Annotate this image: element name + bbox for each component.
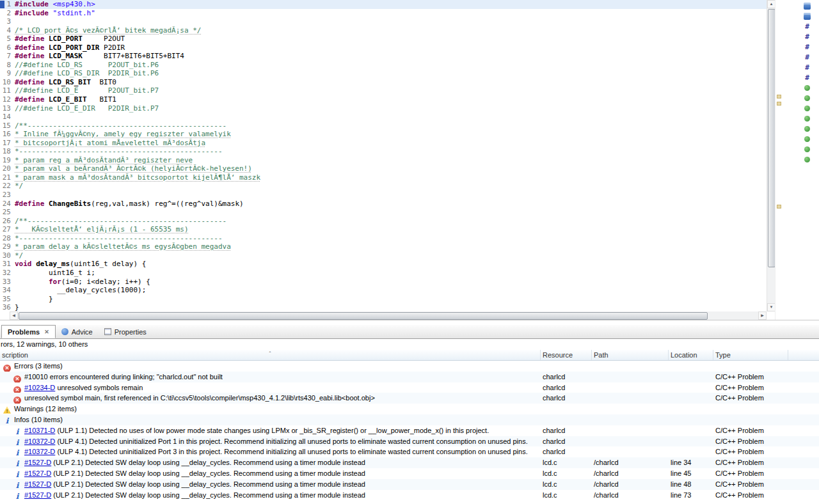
line-number[interactable]: 26: [0, 217, 15, 226]
tab-properties[interactable]: Properties: [99, 325, 152, 338]
code-line[interactable]: 28*-------------------------------------…: [0, 234, 767, 243]
line-number[interactable]: 20: [0, 164, 15, 173]
problem-row[interactable]: i#10371-D (ULP 1.1) Detected no uses of …: [0, 425, 819, 436]
code-line[interactable]: 23: [0, 191, 767, 200]
code-line[interactable]: 8//#define LCD_RS P2OUT_bit.P6: [0, 61, 767, 70]
code-line[interactable]: 5#define LCD_PORT P2OUT: [0, 35, 767, 43]
problem-id-link[interactable]: #1527-D: [24, 459, 51, 466]
code-line[interactable]: 27* KÃ©sleltetÅ‘ eljÃ¡rÃ¡s (1 - 65535 ms…: [0, 225, 767, 234]
occurrence-marker-icon[interactable]: [777, 102, 781, 106]
problem-id-link[interactable]: #1527-D: [24, 480, 51, 488]
code-line[interactable]: 29* param delay a kÃ©sleltetÃ©s ms egysÃ…: [0, 242, 767, 251]
outline-function-icon[interactable]: [804, 157, 810, 162]
line-number[interactable]: 24: [0, 200, 15, 209]
line-number[interactable]: 13: [0, 104, 15, 113]
problem-id-link[interactable]: #10234-D: [24, 384, 55, 391]
editor-vertical-scrollbar[interactable]: ▲ ▼: [767, 0, 775, 311]
code-line[interactable]: 13//#define LCD_E_DIR P2DIR_bit.P7: [0, 104, 767, 113]
line-number[interactable]: 35: [0, 295, 15, 304]
line-number[interactable]: 15: [0, 122, 15, 130]
outline-function-icon[interactable]: [804, 106, 810, 111]
column-header-path[interactable]: Path: [592, 350, 669, 360]
occurrence-marker-icon[interactable]: [777, 95, 781, 98]
code-line[interactable]: 1#include <msp430.h>: [0, 0, 767, 9]
horizontal-scroll-thumb[interactable]: [19, 312, 708, 320]
line-number[interactable]: 31: [0, 260, 15, 269]
problem-group-row[interactable]: !Warnings (12 items): [0, 404, 819, 414]
column-header-type[interactable]: Type: [713, 350, 788, 360]
code-line[interactable]: 33 for(i=0; i<delay; i++) {: [0, 278, 767, 287]
outline-function-icon[interactable]: [804, 126, 810, 132]
code-line[interactable]: 26/**-----------------------------------…: [0, 217, 767, 226]
line-number[interactable]: 8: [0, 61, 15, 70]
line-number[interactable]: 3: [0, 17, 15, 26]
code-line[interactable]: 12#define LCD_E_BIT BIT1: [0, 95, 767, 104]
line-number[interactable]: 5: [0, 35, 15, 43]
code-line[interactable]: 24#define ChangeBits(reg,val,mask) reg^=…: [0, 200, 767, 209]
code-line[interactable]: 22*/: [0, 182, 767, 191]
problem-row[interactable]: ✕#10234-D unresolved symbols remaincharl…: [0, 382, 819, 393]
code-line[interactable]: 35 }: [0, 295, 767, 304]
code-line[interactable]: 25: [0, 208, 767, 217]
outline-function-icon[interactable]: [804, 146, 810, 152]
outline-define-icon[interactable]: #: [804, 33, 811, 40]
tab-problems[interactable]: Problems✕: [1, 325, 56, 338]
line-number[interactable]: 32: [0, 269, 15, 278]
column-header-location[interactable]: Location: [669, 350, 713, 360]
problem-row[interactable]: ✕unresolved symbol main, first reference…: [0, 393, 819, 404]
code-line[interactable]: 34 __delay_cycles(1000);: [0, 286, 767, 295]
outline-include-icon[interactable]: [804, 13, 811, 20]
problem-row[interactable]: i#10372-D (ULP 4.1) Detected uninitializ…: [0, 436, 819, 447]
outline-function-icon[interactable]: [804, 95, 810, 101]
code-line[interactable]: 31void delay_ms(uint16_t delay) {: [0, 260, 767, 269]
code-line[interactable]: 15/**-----------------------------------…: [0, 122, 767, 130]
line-number[interactable]: 33: [0, 278, 15, 287]
code-line[interactable]: 14: [0, 113, 767, 122]
outline-define-icon[interactable]: #: [804, 64, 811, 71]
close-tab-icon[interactable]: ✕: [44, 329, 49, 335]
line-number[interactable]: 10: [0, 78, 15, 87]
line-number[interactable]: 27: [0, 225, 15, 234]
line-number[interactable]: 29: [0, 242, 15, 251]
problem-id-link[interactable]: #1527-D: [24, 469, 51, 477]
scroll-right-icon[interactable]: ▶: [758, 311, 767, 320]
code-line[interactable]: 30*/: [0, 251, 767, 260]
problem-id-link[interactable]: #10372-D: [24, 437, 55, 445]
line-number[interactable]: 16: [0, 130, 15, 139]
problem-row[interactable]: i#1527-D (ULP 2.1) Detected SW delay loo…: [0, 457, 819, 468]
line-number[interactable]: 21: [0, 173, 15, 182]
code-line[interactable]: 16* Inline fÃ¼ggvÃ©ny, amely egy regiszt…: [0, 130, 767, 139]
line-number[interactable]: 7: [0, 52, 15, 61]
line-number[interactable]: 36: [0, 303, 15, 311]
scroll-left-icon[interactable]: ◀: [10, 311, 18, 320]
code-line[interactable]: 18*-------------------------------------…: [0, 147, 767, 156]
occurrence-marker-icon[interactable]: [777, 205, 781, 209]
line-number[interactable]: 14: [0, 113, 15, 122]
problem-id-link[interactable]: #1527-D: [24, 491, 51, 499]
column-header-scription[interactable]: scriptionˆ: [0, 350, 541, 360]
line-number[interactable]: 18: [0, 147, 15, 156]
editor-horizontal-scrollbar[interactable]: ◀ ▶: [10, 311, 767, 320]
code-area[interactable]: 1#include <msp430.h>2#include "stdint.h"…: [0, 0, 767, 311]
problem-id-link[interactable]: #10372-D: [24, 448, 55, 455]
code-line[interactable]: 4/* LCD port Ã©s vezÃ©rlÅ‘ bitek megadÃ¡…: [0, 26, 767, 35]
code-line[interactable]: 10#define LCD_RS_BIT BIT0: [0, 78, 767, 87]
outline-define-icon[interactable]: #: [804, 54, 811, 61]
code-line[interactable]: 21* param mask a mÃ³dosÃ­tandÃ³ bitcsopo…: [0, 173, 767, 182]
line-number[interactable]: 30: [0, 251, 15, 260]
line-number[interactable]: 17: [0, 139, 15, 148]
code-line[interactable]: 9//#define LCD_RS_DIR P2DIR_bit.P6: [0, 69, 767, 78]
outline-function-icon[interactable]: [804, 136, 810, 142]
code-line[interactable]: 19* param reg a mÃ³dosÃ­tandÃ³ regiszter…: [0, 156, 767, 165]
line-number[interactable]: 4: [0, 26, 15, 35]
line-number[interactable]: 6: [0, 43, 15, 52]
line-number[interactable]: 19: [0, 156, 15, 165]
line-number[interactable]: 28: [0, 234, 15, 243]
problem-row[interactable]: i#10372-D (ULP 4.1) Detected uninitializ…: [0, 446, 819, 457]
tab-advice[interactable]: Advice: [56, 325, 99, 338]
code-line[interactable]: 20* param val a beÃ­randÃ³ Ã©rtÃ©k (hely…: [0, 164, 767, 173]
code-line[interactable]: 6#define LCD_PORT_DIR P2DIR: [0, 43, 767, 52]
line-number[interactable]: 25: [0, 208, 15, 217]
code-line[interactable]: 7#define LCD_MASK BIT7+BIT6+BIT5+BIT4: [0, 52, 767, 61]
problem-row[interactable]: i#1527-D (ULP 2.1) Detected SW delay loo…: [0, 479, 819, 490]
